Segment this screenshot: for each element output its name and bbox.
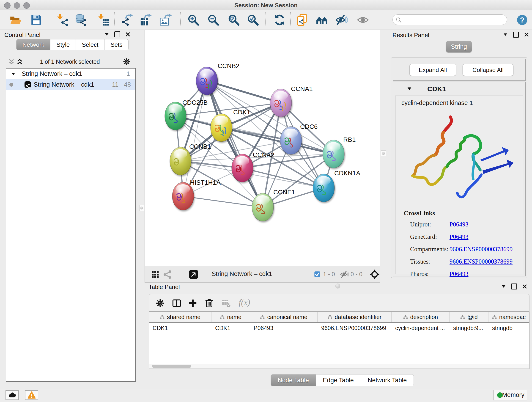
main-toolbar (0, 10, 532, 30)
network-node-RB1[interactable]: RB1 (323, 136, 355, 168)
table-cell[interactable]: stringdb:9... (450, 323, 488, 333)
tab-network-table[interactable]: Network Table (361, 374, 414, 386)
network-node-CDKN1A[interactable]: CDKN1A (313, 170, 360, 202)
column-header-name[interactable]: name (211, 312, 250, 322)
zoom-selected-icon[interactable] (247, 14, 259, 26)
tab-style[interactable]: Style (51, 39, 76, 50)
table-cell[interactable]: P06493 (250, 323, 317, 333)
warning-icon (27, 391, 36, 399)
column-header-database-identifier[interactable]: database identifier (317, 312, 392, 322)
cloud-button[interactable] (6, 390, 19, 400)
table-panel-undock-icon[interactable] (511, 283, 517, 289)
expand-all-button[interactable]: Expand All (409, 64, 456, 76)
table-cell[interactable]: cyclin-dependent ... (392, 323, 450, 333)
column-header-canonical-name[interactable]: canonical name (250, 312, 317, 322)
detach-view-icon[interactable] (189, 269, 198, 279)
control-panel-float-icon[interactable] (104, 32, 109, 37)
tab-edge-table[interactable]: Edge Table (316, 374, 361, 386)
table-panel-float-icon[interactable] (501, 284, 506, 289)
network-view-canvas[interactable]: CCNB2CCNA1CDC25BCDK1CDC6RB1CCNB1CCNA2CDK… (145, 30, 380, 266)
control-panel-close-icon[interactable] (125, 32, 130, 37)
node-table[interactable]: shared namenamecanonical namedatabase id… (149, 312, 530, 369)
import-network-icon[interactable] (57, 14, 69, 26)
network-node-CCNE1[interactable]: CCNE1 (252, 189, 295, 221)
hidden-eye-icon[interactable] (340, 270, 349, 279)
export-table-icon[interactable] (140, 14, 152, 26)
zoom-in-icon[interactable] (187, 14, 200, 26)
network-row-selected[interactable]: String Network – cdk1 11 48 (6, 79, 135, 90)
network-edge-CCNB2-CCNE1[interactable] (207, 81, 263, 207)
open-file-icon[interactable] (9, 14, 22, 26)
network-edge-CCNB2-CCNA1[interactable] (207, 81, 281, 103)
network-graph[interactable]: CCNB2CCNA1CDC25BCDK1CDC6RB1CCNB1CCNA2CDK… (145, 30, 380, 265)
save-session-icon[interactable] (30, 14, 42, 26)
network-node-label: CCNB1 (189, 143, 211, 150)
zoom-fit-icon[interactable] (228, 14, 240, 26)
import-network-from-database-icon[interactable] (75, 14, 87, 26)
hierarchy-icon (460, 314, 465, 319)
results-panel-undock-icon[interactable] (513, 32, 519, 38)
table-cell[interactable]: 9606.ENSP00000378699 (317, 323, 392, 333)
warnings-button[interactable] (25, 390, 38, 400)
tab-sets[interactable]: Sets (104, 39, 128, 50)
tab-node-table[interactable]: Node Table (271, 374, 316, 386)
grid-view-icon[interactable] (151, 270, 159, 279)
delete-column-icon[interactable] (204, 298, 214, 308)
crosslink-link[interactable]: 9606.ENSP00000378699 (450, 258, 513, 265)
crosslink-link[interactable]: 9606.ENSP00000378699 (450, 246, 513, 253)
network-node-CDC25B[interactable]: CDC25B (165, 99, 208, 130)
table-panel-close-icon[interactable] (522, 284, 527, 289)
import-table-icon[interactable] (97, 14, 110, 26)
memory-button[interactable]: Memory (493, 390, 527, 400)
refresh-icon[interactable] (273, 14, 286, 26)
network-edge-HIST1H1A-CCNE1[interactable] (183, 196, 263, 207)
left-splitter-handle[interactable] (139, 205, 144, 211)
add-column-icon[interactable] (188, 298, 197, 308)
network-node-HIST1H1A[interactable]: HIST1H1A (172, 179, 221, 210)
table-cell[interactable]: CDK1 (211, 323, 250, 333)
help-icon[interactable] (517, 14, 528, 26)
scrollbar-thumb[interactable] (152, 365, 191, 368)
crosslink-link[interactable]: P06493 (450, 270, 469, 278)
table-cell[interactable]: CDK1 (149, 323, 211, 333)
results-panel-float-icon[interactable] (503, 32, 508, 37)
network-panel-gear-icon[interactable] (123, 57, 131, 66)
control-panel-undock-icon[interactable] (114, 32, 120, 37)
hide-selected-icon[interactable] (335, 14, 348, 26)
column-header-namespac[interactable]: namespac (488, 312, 529, 322)
table-horizontal-scrollbar[interactable] (149, 364, 529, 368)
collection-collapse-icon[interactable] (11, 71, 16, 77)
table-cell[interactable]: stringdb (488, 323, 529, 333)
collapse-all-button[interactable]: Collapse All (462, 64, 513, 76)
network-node-CCNA1[interactable]: CCNA1 (270, 85, 313, 117)
results-panel-close-icon[interactable] (524, 32, 529, 37)
network-collection-row[interactable]: String Network – cdk1 1 (6, 69, 135, 79)
selected-checkbox-icon[interactable] (314, 271, 321, 278)
network-node-CCNB2[interactable]: CCNB2 (196, 62, 239, 95)
tab-string[interactable]: String (446, 41, 472, 52)
show-columns-icon[interactable] (172, 298, 181, 308)
crosslink-link[interactable]: P06493 (450, 221, 469, 228)
entry-collapse-icon[interactable] (407, 86, 412, 91)
column-header-description[interactable]: description (392, 312, 450, 322)
search-input[interactable] (393, 14, 507, 25)
birdseye-navigator-icon[interactable] (369, 269, 380, 280)
column-header-shared-name[interactable]: shared name (149, 312, 211, 322)
copy-network-icon[interactable] (296, 14, 309, 26)
column-header--id[interactable]: @id (450, 312, 488, 322)
network-node-count: 11 (112, 79, 119, 90)
export-image-icon[interactable] (160, 14, 172, 26)
network-share-icon[interactable] (163, 269, 172, 279)
table-row[interactable]: CDK1CDK1P064939606.ENSP00000378699cyclin… (149, 323, 529, 333)
tab-select[interactable]: Select (76, 39, 104, 50)
node-entry-header[interactable]: CDK1 (393, 82, 525, 96)
table-gear-icon[interactable] (155, 298, 165, 308)
zoom-out-icon[interactable] (207, 14, 220, 26)
network-node-CCNB1[interactable]: CCNB1 (170, 143, 211, 175)
first-neighbors-icon[interactable] (316, 14, 328, 26)
tab-network[interactable]: Network (16, 39, 51, 50)
crosslink-link[interactable]: P06493 (450, 233, 469, 240)
show-all-icon[interactable] (357, 14, 369, 26)
export-network-icon[interactable] (121, 14, 133, 26)
right-splitter-handle[interactable] (381, 150, 386, 157)
